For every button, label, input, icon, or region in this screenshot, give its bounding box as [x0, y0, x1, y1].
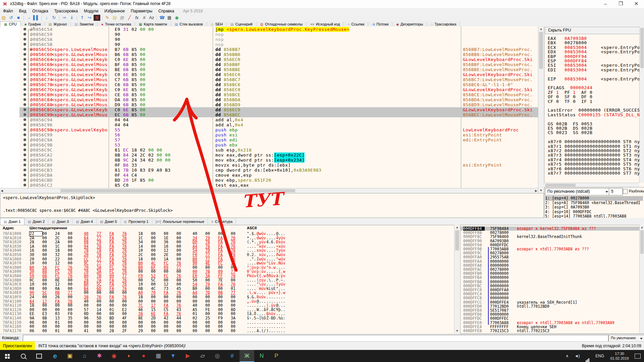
breakpoint-dot-icon[interactable]	[23, 174, 26, 176]
menu-item-файл[interactable]: Файл	[0, 8, 16, 14]
disasm-row[interactable]: .00856C5B90nop	[19, 42, 538, 47]
dump-byte[interactable]: 00	[164, 324, 176, 329]
tab-график[interactable]: ♣График	[21, 22, 45, 26]
breakpoint-dot-icon[interactable]	[23, 93, 26, 96]
menu-item-модули[interactable]: Модули	[81, 8, 101, 14]
dump-byte[interactable]: 10	[30, 261, 42, 265]
breakpoint-dot-icon[interactable]	[23, 169, 26, 171]
scroll-up-icon[interactable]: ▲	[640, 225, 644, 230]
dump-byte[interactable]: 00	[205, 232, 218, 236]
volume-icon[interactable]: ◄)	[572, 350, 582, 362]
breakpoint-dot-icon[interactable]	[23, 73, 26, 76]
menu-item-отладка[interactable]: Отладка	[29, 8, 51, 14]
register-line[interactable]: x87r7 00000000000000000000 ST7 пуст	[548, 171, 644, 176]
dump-byte[interactable]: 00	[151, 282, 164, 287]
dump-byte[interactable]: 30	[30, 253, 42, 257]
dump-byte[interactable]: 36	[164, 240, 176, 244]
notification-center-icon[interactable]	[635, 354, 641, 359]
dump-byte[interactable]: 00	[205, 324, 218, 329]
dump-tab-просмотр-1[interactable]: ◎Просмотр 1	[121, 218, 152, 225]
disasm-address[interactable]: 00856C8C	[30, 107, 53, 112]
disasm-address[interactable]: 00856C74	[30, 77, 53, 82]
dump-byte[interactable]: 00	[176, 240, 189, 244]
opera-icon[interactable]: ●	[136, 350, 151, 362]
calculator-icon[interactable]: ▦	[151, 350, 166, 362]
dump-byte[interactable]: 76	[231, 261, 244, 265]
stack-row[interactable]: 000DFFCC000DFFE4указатель на SEH_Record[…	[461, 300, 644, 304]
dump-byte[interactable]: 3A	[231, 316, 244, 320]
disasm-row[interactable]: .00856C60<spero.&LowLevelMouseProB6 6B 8…	[19, 52, 538, 57]
stack-row[interactable]: 000DFFE4FFFFFFFFКонец цепочки SEH	[461, 325, 644, 329]
font-icon[interactable]: Az	[148, 15, 155, 21]
dump-byte[interactable]: 00	[109, 324, 122, 329]
disasm-row[interactable]: .00856C9956push esiesi:EntryPoint	[19, 132, 538, 137]
argument-row[interactable]: 4: [esp+10] 000DFFDC	[545, 210, 643, 215]
dump-byte[interactable]: 00	[218, 303, 231, 308]
dump-byte[interactable]: 00	[231, 324, 244, 329]
dump-byte[interactable]: 00	[42, 295, 55, 299]
stack-row[interactable]: 000DFFBC00000000	[461, 284, 644, 288]
dump-byte[interactable]: 00	[218, 329, 231, 333]
menu-item-справка[interactable]: Справка	[155, 8, 177, 14]
breakpoint-dot-icon[interactable]	[23, 138, 26, 141]
dump-byte[interactable]: 77	[122, 274, 135, 278]
disasm-address[interactable]: 00856CBA	[30, 173, 53, 178]
dump-byte[interactable]: 00	[122, 303, 135, 308]
dump-byte[interactable]: 00	[68, 329, 80, 333]
dump-byte[interactable]: FA	[109, 253, 122, 257]
dump-byte[interactable]: 18	[138, 295, 151, 299]
stack-row[interactable]: 000DFFC0000DFFA0	[461, 288, 644, 292]
register-line[interactable]: EDI 00853004 <spero.EntryPoin	[548, 67, 644, 72]
tab-потоки[interactable]: ⇉Потоки	[368, 22, 392, 26]
dump-row[interactable]: 76FA10A0506BFC76807B0977F052FC76E03AFF76…	[0, 274, 460, 278]
command-profile-select[interactable]: По умолчанию	[608, 335, 644, 342]
dump-byte[interactable]: 00	[151, 232, 164, 236]
stack-row[interactable]: 000DFFB000000000	[461, 272, 644, 276]
disasm-address[interactable]: 00856C99	[30, 132, 53, 137]
scroll-right-icon[interactable]: ▶	[535, 188, 537, 193]
dump-tab-дамп-1[interactable]: ▤Дамп 1	[0, 218, 24, 225]
disasm-row[interactable]: .00856C9B53push ebx	[19, 142, 538, 147]
dump-byte[interactable]: 2C	[138, 253, 151, 257]
disasm-row[interactable]: .00856C9604 04add al,0x4	[19, 122, 538, 127]
dump-tab-дамп-4[interactable]: ▤Дамп 4	[72, 218, 97, 225]
dump-byte[interactable]: 00	[205, 329, 218, 333]
disasm-address[interactable]: 00856C64	[30, 57, 53, 62]
disasm-row[interactable]: .ˇ00856C54E9 31 02 00 00jmp <spero.LowLe…	[19, 27, 538, 32]
disasm-address[interactable]: 00856C88	[30, 102, 53, 107]
disasm-row[interactable]: >00856C5C<spero.LowLevelMouseProcB7 6B 8…	[19, 47, 538, 52]
dump-byte[interactable]: 00	[55, 303, 68, 308]
dump-byte[interactable]: FA	[109, 232, 122, 236]
breakpoint-dot-icon[interactable]	[23, 83, 26, 86]
registers-horizontal-scrollbar[interactable]	[544, 183, 639, 187]
dump-byte[interactable]: 76	[231, 240, 244, 244]
dump-byte[interactable]: 54	[193, 282, 205, 287]
breakpoint-dot-icon[interactable]	[23, 143, 26, 146]
attach-icon[interactable]: @	[119, 15, 125, 21]
stack-row[interactable]: 000DFFD45E517087	[461, 308, 644, 312]
dump-byte[interactable]: 22	[30, 232, 42, 236]
disasm-address[interactable]: 00856C59	[30, 32, 53, 37]
minimize-button[interactable]: –	[598, 0, 613, 8]
dump-byte[interactable]: 00	[205, 295, 218, 299]
dump-byte[interactable]: 00	[176, 282, 189, 287]
tab-seh[interactable]: ⚠SEH	[207, 22, 227, 26]
breakpoint-dot-icon[interactable]	[23, 78, 26, 81]
dump-row[interactable]: 76FA116000000000000000000000000000000000…	[0, 324, 460, 329]
dump-byte[interactable]: 4C	[151, 261, 164, 265]
menu-item-вид[interactable]: Вид	[16, 8, 30, 14]
disasm-row[interactable]: .00856C6C<spero.&LowLevelMouseProBE 6B 8…	[19, 67, 538, 72]
dump-byte[interactable]: 00	[231, 295, 244, 299]
close-button[interactable]: ✕	[629, 0, 644, 8]
dump-byte[interactable]: E0	[193, 274, 205, 278]
dump-byte[interactable]: 2A	[55, 240, 68, 244]
dump-byte[interactable]: 76	[122, 240, 135, 244]
breakpoint-dot-icon[interactable]	[23, 43, 26, 46]
dump-tab-структура[interactable]: ≡Структура	[208, 218, 236, 225]
breakpoint-dot-icon[interactable]	[23, 53, 26, 56]
stack-vertical-scrollbar[interactable]: ▲	[639, 225, 644, 333]
dump-byte[interactable]: 00	[151, 329, 164, 333]
dump-byte[interactable]: 00	[42, 253, 55, 257]
dump-byte[interactable]: 76	[176, 274, 189, 278]
dump-byte[interactable]: FA	[109, 240, 122, 244]
